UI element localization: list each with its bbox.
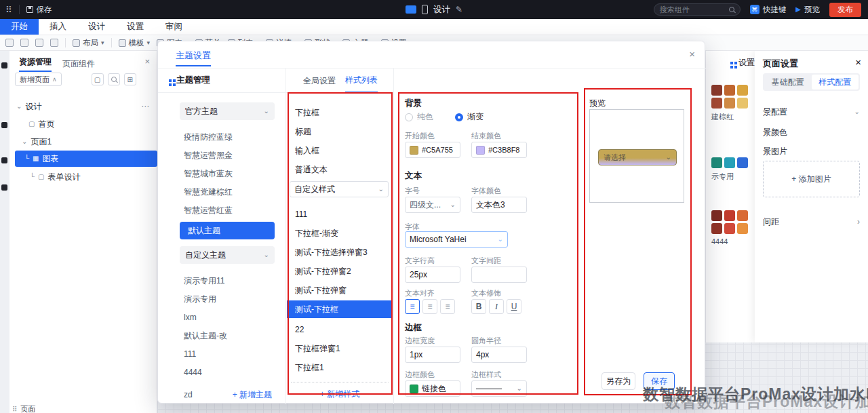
official-theme-group[interactable]: 官方主题 ⌄ — [180, 102, 275, 120]
format-brush-icon[interactable] — [35, 39, 43, 47]
line-height-input[interactable]: 25px — [405, 267, 460, 283]
add-style-button[interactable]: + 新增样式 — [285, 389, 394, 400]
tree-node-design[interactable]: ⌄ 设计 ⋯ — [9, 98, 157, 115]
border-radius-input[interactable]: 4px — [471, 347, 527, 363]
custom-style-select[interactable]: 自定义样式 ⌄ — [290, 181, 389, 197]
theme-palette-item[interactable]: 示专用 — [706, 157, 755, 182]
theme-item[interactable]: 智慧党建棕红 — [158, 183, 285, 201]
toolbar-group-template[interactable]: 模板▾ — [119, 38, 151, 48]
tab-basic-config[interactable]: 基础配置 — [764, 75, 812, 90]
close-icon[interactable]: × — [689, 49, 695, 59]
menu-tab-insert[interactable]: 插入 — [39, 19, 77, 35]
panel-handle-icon[interactable] — [1, 157, 7, 163]
italic-button[interactable]: I — [489, 299, 504, 314]
radio-gradient[interactable]: 渐变 — [455, 111, 484, 123]
panel-handle-icon[interactable] — [1, 184, 7, 191]
align-center-button[interactable]: ≡ — [422, 299, 437, 314]
expand-icon[interactable]: ⊞ — [124, 73, 136, 85]
delete-icon[interactable] — [50, 39, 58, 47]
shortcut-button[interactable]: ⌘ 快捷键 — [750, 5, 787, 15]
apps-grid-icon[interactable]: ⠿ — [5, 5, 12, 14]
menu-tab-settings[interactable]: 设置 — [116, 19, 155, 35]
tab-global-settings[interactable]: 全局设置 — [303, 68, 336, 93]
desktop-view-icon[interactable] — [406, 5, 416, 14]
font-size-select[interactable]: 四级文... ⌄ — [405, 197, 460, 213]
tree-node-chart[interactable]: └ ▦ 图表 — [15, 151, 157, 167]
add-theme-button[interactable]: + 新增主题 — [233, 389, 272, 401]
radio-solid[interactable]: 纯色 — [405, 111, 433, 123]
bold-button[interactable]: B — [471, 299, 486, 314]
preview-gradient-control[interactable]: 请选择 ⌄ — [598, 149, 677, 165]
start-color-input[interactable]: #C5A755 — [405, 142, 460, 158]
add-image-button[interactable]: + 添加图片 — [763, 161, 860, 197]
style-item[interactable]: 输入框 — [285, 142, 393, 159]
tab-page-components[interactable]: 页面组件 — [62, 58, 95, 70]
modal-title[interactable]: 主题设置 — [176, 50, 211, 66]
end-color-input[interactable]: #C3B8F8 — [471, 142, 527, 158]
menu-tab-design[interactable]: 设计 — [77, 19, 116, 35]
save-button[interactable]: 保存 — [26, 5, 52, 15]
new-page-button[interactable]: 新增页面 ∧ — [15, 73, 62, 86]
tab-style-config[interactable]: 样式配置 — [812, 75, 859, 90]
close-icon[interactable]: × — [855, 57, 861, 67]
style-item[interactable]: 测试-下拉弹窗2 — [285, 262, 393, 280]
underline-button[interactable]: U — [507, 299, 521, 314]
style-item[interactable]: 下拉框 — [285, 104, 393, 121]
clipboard-icon[interactable] — [5, 39, 14, 47]
letter-spacing-input[interactable] — [471, 267, 527, 283]
theme-item[interactable]: 智慧城市蓝灰 — [158, 165, 285, 182]
search-icon[interactable] — [108, 73, 120, 85]
settings-tab[interactable]: 设置 — [730, 57, 755, 68]
menu-tab-review[interactable]: 审阅 — [155, 19, 193, 35]
style-item[interactable]: 标题 — [285, 123, 393, 140]
tab-resource-manage[interactable]: 资源管理 — [19, 56, 52, 72]
close-icon[interactable]: × — [144, 57, 150, 66]
theme-item[interactable]: zd — [184, 390, 193, 399]
style-item[interactable]: 测试-下拉弹窗 — [285, 281, 393, 299]
theme-item[interactable]: 演示专用11 — [158, 272, 285, 290]
theme-item[interactable]: 4444 — [158, 363, 285, 381]
theme-palette-item[interactable]: 4444 — [706, 210, 755, 245]
tree-node-form[interactable]: └ ▢ 表单设计 — [9, 169, 157, 185]
style-item-selected[interactable]: 测试-下拉框 — [287, 300, 393, 318]
save-as-button[interactable]: 另存为 — [601, 372, 635, 390]
publish-button[interactable]: 发布 — [829, 3, 861, 17]
bg-config-row[interactable]: 景配置 ⌄ — [763, 105, 860, 119]
border-color-input[interactable]: 链接色 — [405, 380, 460, 397]
paste-icon[interactable] — [20, 39, 28, 47]
save-button[interactable]: 保存 — [644, 372, 675, 390]
bg-image-row[interactable]: 景图片 — [763, 144, 860, 158]
theme-item[interactable]: 疫情防控蓝绿 — [158, 128, 285, 146]
style-item[interactable]: 下拉框弹窗1 — [285, 340, 393, 357]
menu-tab-start[interactable]: 开始 — [0, 19, 39, 35]
edit-title-icon[interactable]: ✎ — [456, 5, 462, 14]
theme-palette-item[interactable]: 建棕红 — [706, 85, 755, 122]
theme-item-selected[interactable]: 默认主题 — [180, 222, 275, 239]
spacing-row[interactable]: 间距 › — [763, 215, 860, 229]
more-icon[interactable]: ⋯ — [141, 102, 149, 111]
border-style-select[interactable]: ⌄ — [471, 380, 527, 397]
mobile-view-icon[interactable] — [422, 5, 428, 14]
bottom-page-label[interactable]: ⠿ 页面 — [12, 404, 35, 413]
theme-item[interactable]: 智慧运营黑金 — [158, 146, 285, 164]
font-family-select[interactable]: Microsoft YaHei ⌄ — [405, 231, 508, 248]
align-right-button[interactable]: ≡ — [440, 299, 455, 314]
style-item[interactable]: 普通文本 — [285, 161, 393, 178]
tree-node-page1[interactable]: ⌄ 页面1 — [9, 134, 157, 150]
theme-item[interactable]: 111 — [158, 345, 285, 363]
preview-button[interactable]: ▶ 预览 — [795, 5, 820, 15]
align-left-button[interactable]: ≡ — [405, 299, 420, 314]
style-item[interactable]: 111 — [285, 205, 393, 223]
font-color-input[interactable]: 文本色3 — [471, 197, 527, 213]
theme-item[interactable]: 演示专用 — [158, 290, 285, 308]
theme-item[interactable]: lxm — [158, 309, 285, 326]
toolbar-group-layout[interactable]: 布局▾ — [73, 38, 104, 48]
style-item[interactable]: 下拉框1 — [285, 359, 393, 376]
panel-handle-icon[interactable] — [1, 122, 7, 128]
custom-theme-group[interactable]: 自定义主题 ⌄ — [180, 246, 275, 264]
theme-item[interactable]: 默认主题-改 — [158, 327, 285, 345]
style-item[interactable]: 下拉框-渐变 — [285, 224, 393, 242]
bg-color-row[interactable]: 景颜色 — [763, 125, 860, 139]
style-item[interactable]: 22 — [285, 321, 393, 338]
component-search-input[interactable]: 搜索组件 — [654, 3, 741, 16]
